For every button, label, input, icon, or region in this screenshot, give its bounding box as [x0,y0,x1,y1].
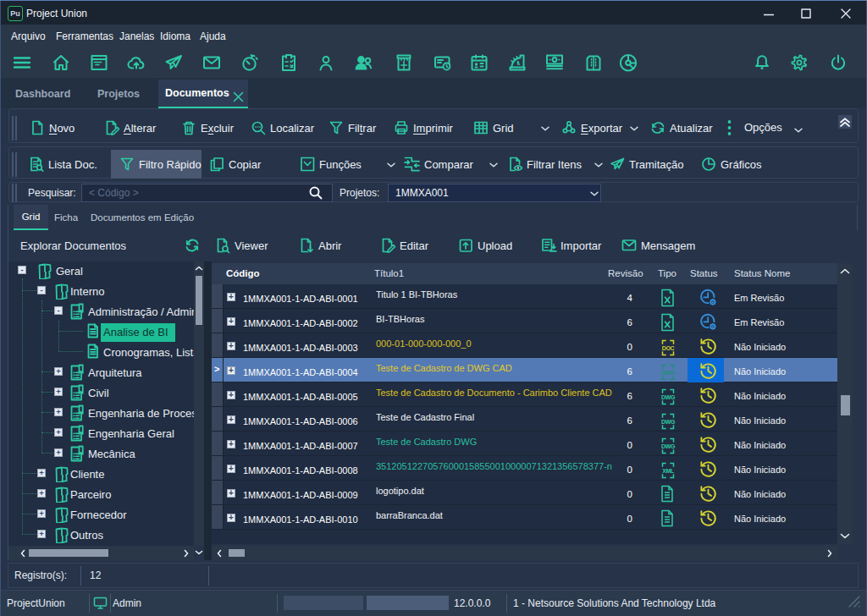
svg-text:DWG: DWG [661,419,676,425]
svg-text:DOC: DOC [662,345,675,351]
svg-text:DWG: DWG [661,370,676,376]
svg-text:DWG: DWG [661,394,676,400]
svg-text:DWG: DWG [661,443,676,449]
svg-text:XML: XML [662,468,675,474]
